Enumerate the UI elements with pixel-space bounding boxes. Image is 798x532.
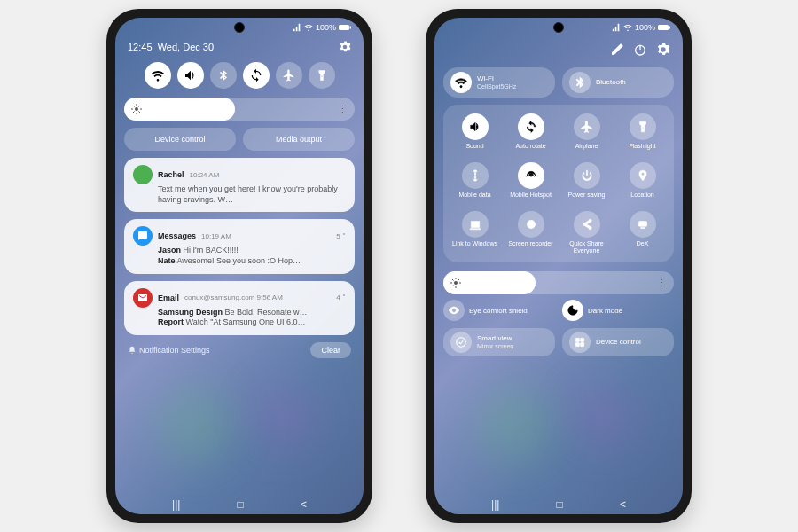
notification-card[interactable]: Messages 10:19 AM 5 ˅ Jason Hi I'm BACK!… — [124, 219, 355, 273]
toggle-wi-fi[interactable]: Wi-FiCellSpot5GHz — [443, 67, 555, 98]
slider-menu-icon[interactable]: ⋮ — [657, 278, 667, 289]
toggle-wifi[interactable] — [145, 62, 171, 89]
chip-media-output[interactable]: Media output — [243, 128, 355, 151]
bluetooth-icon — [217, 69, 230, 82]
toggle-dark mode[interactable]: Dark mode — [562, 300, 674, 321]
display-modes: Eye comfort shield Dark mode — [443, 300, 674, 321]
bottom-toggles: Smart viewMirror screen Device control — [443, 328, 674, 356]
sound-icon — [469, 121, 481, 133]
svg-rect-12 — [581, 339, 584, 342]
eye-icon — [448, 304, 460, 317]
battery-icon — [339, 23, 351, 32]
toggle-rotate[interactable] — [243, 62, 270, 89]
wifi-icon — [304, 23, 313, 32]
svg-point-9 — [454, 281, 458, 285]
notification-card[interactable]: Email conux@samsung.com 9:56 AM 4 ˅ Sams… — [124, 281, 355, 335]
wifi-icon — [151, 68, 165, 82]
toggle-sound[interactable] — [177, 62, 204, 89]
svg-rect-11 — [575, 339, 579, 342]
toggle-link to windows[interactable]: Link to Windows — [449, 211, 501, 254]
screen-notifications: 100% 12:45 Wed, Dec 30 ⋮ Device control … — [115, 18, 364, 514]
grid-icon — [574, 336, 586, 348]
toggle-device control[interactable]: Device control — [562, 328, 674, 356]
quick-settings-grid: Sound Auto rotate Airplane Flashlight Mo… — [443, 105, 674, 262]
settings-icon[interactable] — [339, 41, 351, 53]
power-icon[interactable] — [633, 43, 647, 57]
toggle-auto rotate[interactable]: Auto rotate — [505, 113, 557, 155]
brightness-slider[interactable]: ⋮ — [124, 98, 355, 121]
datetime-row: 12:45 Wed, Dec 30 — [124, 37, 355, 57]
svg-rect-1 — [350, 27, 352, 29]
svg-rect-3 — [658, 25, 669, 30]
settings-icon[interactable] — [656, 43, 670, 57]
edit-icon[interactable] — [610, 43, 624, 57]
signal-icon — [293, 23, 301, 32]
nav-bar: ||| □ < — [115, 498, 364, 511]
notification-card[interactable]: Rachel 10:24 AM Text me when you get her… — [124, 158, 355, 212]
svg-rect-14 — [581, 343, 584, 347]
brightness-slider[interactable]: ⋮ — [443, 271, 674, 294]
svg-point-2 — [135, 107, 138, 111]
notification-settings-link[interactable]: Notification Settings — [128, 346, 210, 355]
screen-quicksettings: 100% Wi-FiCellSpot5GHz Bluetooth Sound A… — [434, 18, 683, 514]
back-button[interactable]: < — [620, 498, 626, 511]
smart-icon — [455, 336, 467, 348]
time: 12:45 — [128, 42, 153, 52]
recents-button[interactable]: ||| — [491, 498, 499, 511]
data-icon — [469, 169, 481, 182]
home-button[interactable]: □ — [238, 498, 244, 511]
clear-button[interactable]: Clear — [310, 342, 351, 358]
signal-icon — [612, 23, 621, 32]
status-bar: 100% — [612, 23, 670, 32]
header-actions — [443, 37, 674, 62]
home-button[interactable]: □ — [557, 498, 563, 511]
chips-row: Device control Media output — [124, 128, 355, 151]
quick-toggles — [124, 62, 355, 89]
toggle-eye comfort shield[interactable]: Eye comfort shield — [443, 300, 555, 321]
svg-rect-4 — [669, 27, 671, 29]
link-icon — [469, 218, 481, 231]
toggle-airplane[interactable]: Airplane — [560, 113, 613, 155]
svg-point-10 — [457, 338, 466, 348]
toggle-mobile data[interactable]: Mobile data — [449, 162, 501, 204]
toggle-dex[interactable]: DeX — [616, 211, 669, 254]
phone-right: 100% Wi-FiCellSpot5GHz Bluetooth Sound A… — [426, 9, 692, 523]
nav-bar: ||| □ < — [434, 498, 683, 511]
phone-left: 100% 12:45 Wed, Dec 30 ⋮ Device control … — [106, 9, 372, 523]
avatar — [133, 165, 153, 184]
expanded-toggles: Wi-FiCellSpot5GHz Bluetooth — [443, 67, 674, 98]
toggle-power saving[interactable]: Power saving — [560, 162, 613, 204]
toggle-location[interactable]: Location — [616, 162, 669, 204]
toggle-smart view[interactable]: Smart viewMirror screen — [443, 328, 555, 356]
battery-text: 100% — [316, 23, 336, 32]
toggle-quick share everyone[interactable]: Quick Share Everyone — [560, 211, 613, 254]
toggle-screen recorder[interactable]: Screen recorder — [505, 211, 557, 254]
rec-icon — [525, 218, 537, 231]
back-button[interactable]: < — [301, 498, 307, 511]
toggle-bluetooth[interactable] — [210, 62, 237, 89]
flashlight-icon — [316, 69, 328, 82]
toggle-flashlight[interactable]: Flashlight — [616, 113, 669, 155]
loc-icon — [637, 169, 649, 182]
toggle-mobile hotspot[interactable]: Mobile Hotspot — [505, 162, 557, 204]
toggle-flashlight[interactable] — [309, 62, 335, 89]
toggle-bluetooth[interactable]: Bluetooth — [562, 67, 674, 98]
bt-icon — [574, 76, 586, 89]
wifi-icon — [623, 23, 632, 32]
recents-button[interactable]: ||| — [172, 498, 180, 511]
chip-device-control[interactable]: Device control — [124, 128, 236, 151]
toggle-sound[interactable]: Sound — [449, 113, 501, 155]
plane-icon — [581, 121, 593, 133]
wifi-icon — [455, 76, 467, 89]
hotspot-icon — [525, 169, 537, 182]
svg-rect-0 — [339, 25, 349, 30]
date: Wed, Dec 30 — [158, 42, 214, 52]
brightness-icon — [131, 104, 142, 114]
rotate-icon — [249, 68, 263, 82]
messages-icon — [133, 226, 153, 246]
svg-rect-13 — [575, 343, 579, 347]
sound-icon — [184, 68, 198, 82]
slider-menu-icon[interactable]: ⋮ — [338, 104, 348, 115]
toggle-airplane[interactable] — [276, 62, 302, 89]
camera-cutout — [553, 22, 564, 33]
